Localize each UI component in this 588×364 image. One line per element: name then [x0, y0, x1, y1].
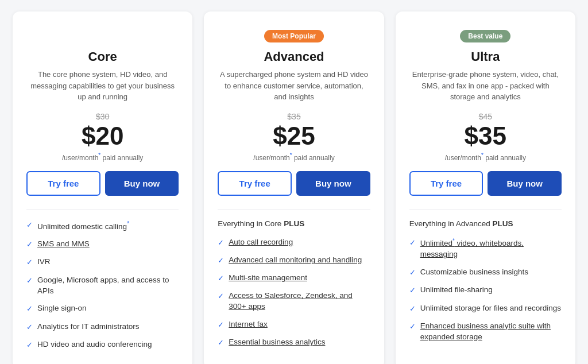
price-detail-ultra: /user/month* paid annually — [409, 152, 562, 162]
list-item: ✓Auto call recording — [218, 237, 370, 248]
price-section-advanced: $35$25/user/month* paid annually — [218, 112, 370, 162]
list-item: ✓Single sign-on — [26, 303, 179, 314]
feature-text: Customizable business insights — [420, 267, 528, 278]
price-detail-advanced: /user/month* paid annually — [218, 152, 370, 162]
current-price-advanced: $25 — [218, 122, 370, 150]
buy-now-button-advanced[interactable]: Buy now — [296, 171, 370, 196]
check-icon: ✓ — [26, 276, 33, 286]
check-icon: ✓ — [409, 238, 416, 248]
feature-text: Enhanced business analytic suite with ex… — [420, 321, 562, 343]
price-section-core: $30$20/user/month* paid annually — [26, 112, 179, 162]
current-price-core: $20 — [26, 122, 179, 150]
current-price-ultra: $35 — [409, 122, 562, 150]
check-icon: ✓ — [218, 255, 224, 266]
badge-ultra: Best value — [460, 30, 510, 42]
check-icon: ✓ — [26, 220, 33, 230]
list-item: ✓Google, Microsoft apps, and access to A… — [26, 275, 179, 297]
list-item: ✓Advanced call monitoring and handling — [218, 255, 370, 266]
check-icon: ✓ — [26, 239, 33, 250]
list-item: ✓Access to Salesforce, Zendesk, and 300+… — [218, 291, 370, 312]
badge-area-advanced: Most Popular — [218, 28, 370, 45]
pricing-card-advanced: Most PopularAdvancedA supercharged phone… — [204, 11, 384, 364]
check-icon: ✓ — [409, 304, 416, 314]
list-item: ✓Internet fax — [218, 319, 370, 330]
feature-text: Auto call recording — [229, 237, 293, 248]
btn-group-core: Try freeBuy now — [26, 171, 179, 196]
check-icon: ✓ — [26, 322, 33, 332]
list-item: ✓Multi-site management — [218, 273, 370, 284]
feature-text: Internet fax — [229, 319, 268, 330]
original-price-ultra: $45 — [409, 112, 562, 121]
plus-line-advanced: Everything in Core PLUS — [218, 219, 370, 228]
plus-line-ultra: Everything in Advanced PLUS — [409, 219, 562, 228]
list-item: ✓Unlimited file-sharing — [409, 285, 562, 296]
list-item: ✓Enhanced business analytic suite with e… — [409, 321, 562, 343]
plan-desc-advanced: A supercharged phone system and HD video… — [218, 69, 370, 103]
try-free-button-core[interactable]: Try free — [26, 171, 100, 196]
list-item: ✓Essential business analytics — [218, 337, 370, 348]
list-item: ✓Unlimited* video, whiteboards, messagin… — [409, 237, 562, 260]
plan-desc-ultra: Enterprise-grade phone system, video, ch… — [409, 69, 562, 103]
feature-text: Multi-site management — [229, 273, 307, 284]
divider-core — [26, 210, 179, 210]
list-item: ✓HD video and audio conferencing — [26, 339, 179, 350]
badge-advanced: Most Popular — [264, 30, 324, 42]
feature-text: Essential business analytics — [229, 337, 325, 348]
divider-ultra — [409, 210, 562, 210]
check-icon: ✓ — [409, 322, 416, 332]
feature-text: Single sign-on — [37, 303, 87, 314]
buy-now-button-ultra[interactable]: Buy now — [488, 171, 562, 196]
check-icon: ✓ — [26, 257, 33, 268]
feature-text: Unlimited storage for files and recordin… — [420, 303, 561, 314]
feature-text: IVR — [37, 257, 51, 268]
check-icon: ✓ — [218, 320, 224, 330]
plan-name-core: Core — [26, 49, 179, 64]
plan-name-ultra: Ultra — [409, 49, 562, 64]
list-item: ✓Customizable business insights — [409, 267, 562, 278]
list-item: ✓IVR — [26, 257, 179, 268]
divider-advanced — [218, 210, 370, 210]
list-item: ✓Unlimited domestic calling* — [26, 219, 179, 232]
feature-text: Google, Microsoft apps, and access to AP… — [37, 275, 179, 297]
check-icon: ✓ — [218, 273, 224, 284]
pricing-card-ultra: Best valueUltraEnterprise-grade phone sy… — [396, 11, 575, 364]
check-icon: ✓ — [218, 291, 224, 301]
check-icon: ✓ — [409, 285, 416, 296]
feature-text: Advanced call monitoring and handling — [229, 255, 362, 266]
feature-text: Analytics for IT administrators — [37, 322, 140, 332]
buy-now-button-core[interactable]: Buy now — [105, 171, 179, 196]
feature-text: Access to Salesforce, Zendesk, and 300+ … — [229, 291, 370, 312]
check-icon: ✓ — [409, 268, 416, 278]
list-item: ✓Analytics for IT administrators — [26, 322, 179, 332]
feature-list-advanced: ✓Auto call recording✓Advanced call monit… — [218, 237, 370, 348]
try-free-button-ultra[interactable]: Try free — [409, 171, 483, 196]
feature-text: SMS and MMS — [37, 239, 90, 250]
badge-area-ultra: Best value — [409, 28, 562, 45]
original-price-core: $30 — [26, 112, 179, 121]
btn-group-ultra: Try freeBuy now — [409, 171, 562, 196]
btn-group-advanced: Try freeBuy now — [218, 171, 370, 196]
list-item: ✓Unlimited storage for files and recordi… — [409, 303, 562, 314]
plan-desc-core: The core phone system, HD video, and mes… — [26, 69, 179, 103]
feature-text: Unlimited file-sharing — [420, 285, 493, 296]
list-item: ✓SMS and MMS — [26, 239, 179, 250]
price-section-ultra: $45$35/user/month* paid annually — [409, 112, 562, 162]
feature-text: Unlimited* video, whiteboards, messaging — [420, 237, 562, 260]
check-icon: ✓ — [218, 238, 224, 248]
feature-text: Unlimited domestic calling* — [37, 219, 129, 232]
try-free-button-advanced[interactable]: Try free — [218, 171, 292, 196]
feature-list-ultra: ✓Unlimited* video, whiteboards, messagin… — [409, 237, 562, 343]
original-price-advanced: $35 — [218, 112, 370, 121]
plan-name-advanced: Advanced — [218, 49, 370, 64]
check-icon: ✓ — [26, 340, 33, 350]
check-icon: ✓ — [26, 304, 33, 314]
check-icon: ✓ — [218, 338, 224, 348]
badge-area-core — [26, 28, 179, 45]
pricing-container: CoreThe core phone system, HD video, and… — [13, 11, 575, 364]
feature-text: HD video and audio conferencing — [37, 339, 152, 350]
price-detail-core: /user/month* paid annually — [26, 152, 179, 162]
feature-list-core: ✓Unlimited domestic calling*✓SMS and MMS… — [26, 219, 179, 350]
pricing-card-core: CoreThe core phone system, HD video, and… — [13, 11, 192, 364]
